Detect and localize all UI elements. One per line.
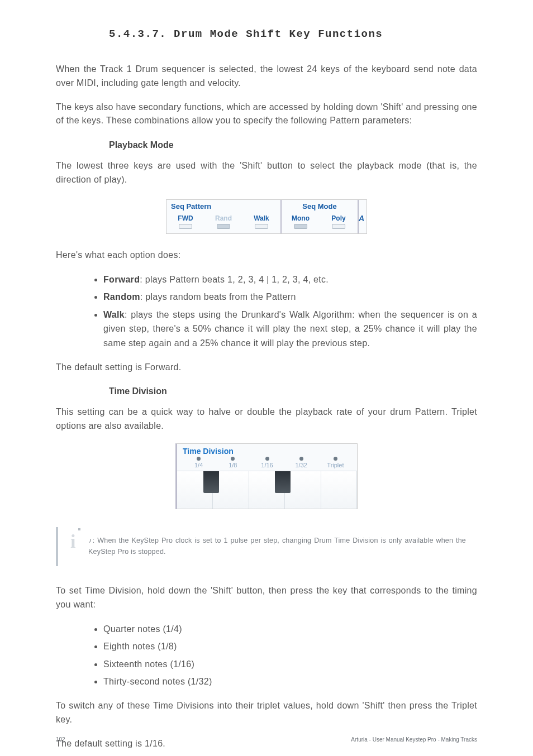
seq-rand-label: Rand bbox=[215, 214, 232, 222]
time-division-heading: Time Division bbox=[109, 386, 477, 396]
option-forward-text: : plays Pattern beats 1, 2, 3, 4 | 1, 2,… bbox=[140, 275, 329, 284]
seq-mode-panel: Seq Mode Mono Poly bbox=[280, 200, 358, 233]
seq-walk-label: Walk bbox=[254, 214, 269, 222]
keyboard-keys bbox=[177, 471, 357, 509]
time-division-figure-title: Time Division bbox=[177, 444, 357, 457]
playback-mode-heading: Playback Mode bbox=[109, 140, 477, 150]
seq-poly-label: Poly bbox=[331, 214, 345, 222]
option-walk: Walk: plays the steps using the Drunkard… bbox=[103, 308, 477, 351]
td-1-16: 1/16 bbox=[250, 457, 284, 468]
td-1-8: 1/8 bbox=[216, 457, 250, 468]
seq-mode-title: Seq Mode bbox=[282, 200, 358, 210]
playback-options-list: Forward: plays Pattern beats 1, 2, 3, 4 … bbox=[89, 272, 477, 351]
seq-pattern-title: Seq Pattern bbox=[166, 200, 280, 210]
triplet-paragraph: To switch any of these Time Divisions in… bbox=[56, 699, 477, 727]
note-block: i ♪: When the KeyStep Pro clock is set t… bbox=[56, 527, 477, 566]
td-triplet: Triplet bbox=[318, 457, 353, 468]
time-division-figure: Time Division 1/4 1/8 1/16 1/32 Triplet bbox=[175, 443, 358, 509]
td-1-8-label: 1/8 bbox=[229, 462, 237, 468]
section-heading: 5.4.3.7. Drum Mode Shift Key Functions bbox=[109, 28, 477, 40]
td-opt-2: Eighth notes (1/8) bbox=[103, 639, 477, 654]
td-1-32-label: 1/32 bbox=[296, 462, 307, 468]
page-footer: 102 Arturia - User Manual Keystep Pro - … bbox=[56, 736, 477, 743]
playback-mode-body: The lowest three keys are used with the … bbox=[56, 159, 477, 187]
option-walk-text: : plays the steps using the Drunkard's W… bbox=[103, 310, 477, 348]
arp-panel: A bbox=[358, 200, 367, 233]
seq-poly: Poly bbox=[320, 214, 358, 229]
option-forward-label: Forward bbox=[103, 275, 140, 284]
seq-pattern-panel: Seq Pattern FWD Rand Walk bbox=[166, 200, 280, 233]
time-division-list: Quarter notes (1/4) Eighth notes (1/8) S… bbox=[89, 622, 477, 689]
td-1-4-label: 1/4 bbox=[194, 462, 203, 468]
option-random: Random: plays random beats from the Patt… bbox=[103, 290, 477, 304]
note-text: ♪: When the KeyStep Pro clock is set to … bbox=[88, 535, 466, 557]
time-division-set: To set Time Division, hold down the 'Shi… bbox=[56, 584, 477, 612]
td-1-4: 1/4 bbox=[182, 457, 216, 468]
td-opt-4: Thirty-second notes (1/32) bbox=[103, 674, 477, 689]
td-opt-3: Sixteenth notes (1/16) bbox=[103, 657, 477, 672]
td-1-32: 1/32 bbox=[284, 457, 318, 468]
option-forward: Forward: plays Pattern beats 1, 2, 3, 4 … bbox=[103, 272, 477, 287]
info-icon: i bbox=[70, 532, 87, 551]
seq-fwd: FWD bbox=[166, 214, 204, 229]
seq-mono: Mono bbox=[282, 214, 320, 229]
default-playback: The default setting is Forward. bbox=[56, 361, 477, 375]
time-division-body: This setting can be a quick way to halve… bbox=[56, 405, 477, 433]
seq-mono-label: Mono bbox=[292, 214, 310, 222]
page-number: 102 bbox=[56, 736, 65, 743]
seq-fwd-label: FWD bbox=[178, 214, 193, 222]
option-walk-label: Walk bbox=[103, 310, 125, 319]
option-random-text: : plays random beats from the Pattern bbox=[140, 292, 296, 302]
seq-rand: Rand bbox=[204, 214, 242, 229]
td-1-16-label: 1/16 bbox=[261, 462, 273, 468]
arp-label: A bbox=[359, 214, 364, 223]
td-triplet-label: Triplet bbox=[327, 462, 344, 468]
options-intro: Here's what each option does: bbox=[56, 248, 477, 262]
intro-paragraph-1: When the Track 1 Drum sequencer is selec… bbox=[56, 63, 477, 90]
footer-right: Arturia - User Manual Keystep Pro - Maki… bbox=[351, 736, 477, 743]
intro-paragraph-2: The keys also have secondary functions, … bbox=[56, 101, 477, 128]
td-opt-1: Quarter notes (1/4) bbox=[103, 622, 477, 637]
seq-pattern-figure: Seq Pattern FWD Rand Walk Seq Mode Mono … bbox=[166, 199, 367, 234]
option-random-label: Random bbox=[103, 292, 140, 302]
seq-walk: Walk bbox=[242, 214, 280, 229]
